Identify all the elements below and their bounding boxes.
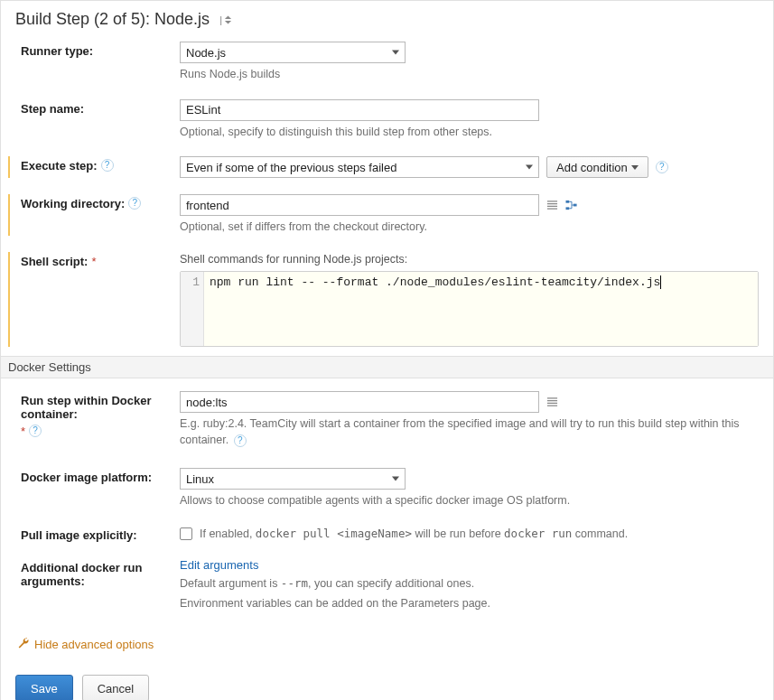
- row-execute-step: Execute step: ? Even if some of the prev…: [8, 156, 759, 178]
- add-condition-button[interactable]: Add condition: [546, 156, 648, 178]
- row-pull-image: Pull image explicitly: If enabled, docke…: [15, 526, 759, 543]
- reorder-handle-icon[interactable]: [224, 15, 232, 24]
- wrench-icon: [17, 637, 29, 651]
- desc-docker-container: E.g. ruby:2.4. TeamCity will start a con…: [180, 416, 759, 448]
- code-body[interactable]: npm run lint -- --format ./node_modules/…: [204, 272, 758, 346]
- code-gutter: 1: [181, 272, 204, 346]
- label-working-directory: Working directory: ?: [21, 194, 180, 210]
- select-docker-platform-value: Linux: [186, 472, 214, 486]
- link-edit-arguments[interactable]: Edit arguments: [180, 558, 258, 572]
- row-docker-container: Run step within Docker container: * ? E.…: [15, 391, 759, 448]
- row-shell-script: Shell script: * Shell commands for runni…: [8, 252, 759, 348]
- label-runner-type: Runner type:: [21, 42, 180, 58]
- label-docker-platform: Docker image platform:: [21, 468, 180, 484]
- help-icon[interactable]: ?: [656, 161, 668, 173]
- select-docker-platform[interactable]: Linux: [180, 468, 406, 490]
- desc-docker-platform: Allows to choose compatible agents with …: [180, 493, 759, 509]
- chevron-down-icon: [631, 165, 639, 170]
- row-working-directory: Working directory: ? Optional, set if di…: [8, 194, 759, 236]
- select-runner-type[interactable]: Node.js: [180, 42, 406, 63]
- label-docker-args: Additional docker run arguments:: [21, 558, 180, 588]
- desc-docker-args-1: Default argument is --rm, you can specif…: [180, 575, 759, 593]
- title-separator: |: [217, 14, 222, 25]
- label-execute-step: Execute step: ?: [21, 156, 180, 173]
- input-step-name[interactable]: [180, 99, 539, 121]
- row-step-name: Step name: Optional, specify to distingu…: [15, 99, 759, 141]
- svg-rect-0: [566, 200, 570, 202]
- label-docker-container: Run step within Docker container: * ?: [21, 391, 180, 438]
- desc-runner-type: Runs Node.js builds: [180, 67, 759, 83]
- row-docker-platform: Docker image platform: Linux Allows to c…: [15, 468, 759, 509]
- input-docker-container[interactable]: [180, 391, 539, 413]
- list-icon[interactable]: [546, 200, 558, 211]
- label-step-name: Step name:: [21, 99, 180, 116]
- section-docker-settings: Docker Settings: [1, 356, 773, 378]
- row-docker-args: Additional docker run arguments: Edit ar…: [15, 558, 759, 611]
- select-runner-type-value: Node.js: [186, 46, 226, 60]
- heading-shell-script: Shell commands for running Node.js proje…: [180, 252, 759, 268]
- desc-working-directory: Optional, set if differs from the checko…: [180, 219, 759, 236]
- help-icon[interactable]: ?: [101, 159, 114, 172]
- footer: Save Cancel: [15, 675, 759, 700]
- desc-pull-image: If enabled, docker pull <imageName> will…: [200, 526, 628, 543]
- input-working-directory[interactable]: [180, 194, 539, 216]
- svg-rect-1: [566, 207, 570, 210]
- label-pull-image: Pull image explicitly:: [21, 526, 180, 542]
- code-editor-shell-script[interactable]: 1 npm run lint -- --format ./node_module…: [180, 271, 759, 347]
- label-shell-script: Shell script: *: [21, 252, 180, 268]
- toggle-hide-advanced[interactable]: Hide advanced options: [17, 637, 759, 651]
- select-execute-step[interactable]: Even if some of the previous steps faile…: [180, 156, 539, 178]
- help-icon[interactable]: ?: [234, 434, 247, 447]
- checkbox-pull-image[interactable]: [180, 527, 192, 540]
- save-button[interactable]: Save: [15, 675, 73, 700]
- select-execute-step-value: Even if some of the previous steps faile…: [186, 161, 396, 174]
- tree-picker-icon[interactable]: [565, 200, 578, 211]
- desc-docker-args-2: Environment variables can be added on th…: [180, 596, 759, 612]
- list-icon[interactable]: [546, 397, 558, 408]
- svg-rect-2: [574, 203, 577, 206]
- cancel-button[interactable]: Cancel: [82, 675, 149, 700]
- row-runner-type: Runner type: Node.js Runs Node.js builds: [15, 42, 759, 83]
- help-icon[interactable]: ?: [29, 425, 42, 437]
- desc-step-name: Optional, specify to distinguish this bu…: [180, 125, 759, 141]
- page-title-row: Build Step (2 of 5): Node.js |: [15, 10, 759, 29]
- help-icon[interactable]: ?: [128, 197, 141, 210]
- build-step-form: Build Step (2 of 5): Node.js | Runner ty…: [0, 0, 774, 700]
- page-title: Build Step (2 of 5): Node.js: [15, 10, 210, 29]
